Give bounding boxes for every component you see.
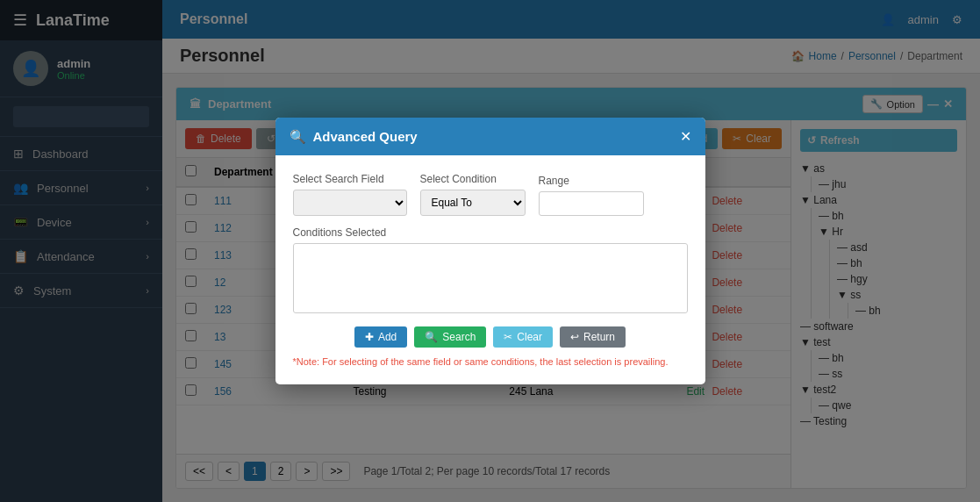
modal-header-left: 🔍 Advanced Query — [290, 129, 418, 145]
select-search-field[interactable]: Department No. Department Name — [293, 190, 407, 216]
add-button[interactable]: ✚ Add — [354, 326, 407, 348]
range-input[interactable] — [539, 191, 644, 216]
range-group: Range — [539, 175, 644, 216]
clear-icon-modal: ✂ — [504, 331, 512, 343]
modal-clear-button[interactable]: ✂ Clear — [493, 326, 553, 348]
return-icon: ↩ — [570, 331, 579, 343]
plus-icon: ✚ — [365, 331, 374, 343]
conditions-selected-label: Conditions Selected — [293, 226, 688, 239]
conditions-selected-section: Conditions Selected — [293, 226, 688, 316]
select-condition[interactable]: Equal To Not Equal To Greater Than Less … — [420, 190, 526, 216]
select-field-label: Select Search Field — [293, 173, 407, 185]
modal-actions: ✚ Add 🔍 Search ✂ Clear ↩ Return — [293, 326, 688, 348]
modal-body: Select Search Field Department No. Depar… — [275, 155, 705, 384]
form-row-fields: Select Search Field Department No. Depar… — [293, 173, 688, 216]
condition-label: Select Condition — [420, 173, 526, 185]
range-label: Range — [539, 175, 644, 187]
conditions-textarea[interactable] — [293, 243, 688, 313]
binoculars-icon: 🔍 — [290, 129, 306, 145]
modal-title: Advanced Query — [313, 129, 418, 144]
add-label: Add — [378, 331, 397, 343]
search-icon-modal: 🔍 — [425, 331, 438, 343]
advanced-query-modal: 🔍 Advanced Query ✕ Select Search Field D… — [275, 118, 705, 384]
condition-group: Select Condition Equal To Not Equal To G… — [420, 173, 526, 216]
modal-overlay: 🔍 Advanced Query ✕ Select Search Field D… — [0, 0, 980, 502]
modal-search-button[interactable]: 🔍 Search — [414, 326, 486, 348]
modal-clear-label: Clear — [517, 331, 542, 343]
modal-header: 🔍 Advanced Query ✕ — [275, 118, 705, 155]
return-button[interactable]: ↩ Return — [560, 326, 626, 348]
note-text: *Note: For selecting of the same field o… — [293, 356, 688, 367]
return-label: Return — [583, 331, 615, 343]
modal-close-button[interactable]: ✕ — [680, 128, 691, 145]
modal-search-label: Search — [442, 331, 476, 343]
select-field-group: Select Search Field Department No. Depar… — [293, 173, 407, 216]
